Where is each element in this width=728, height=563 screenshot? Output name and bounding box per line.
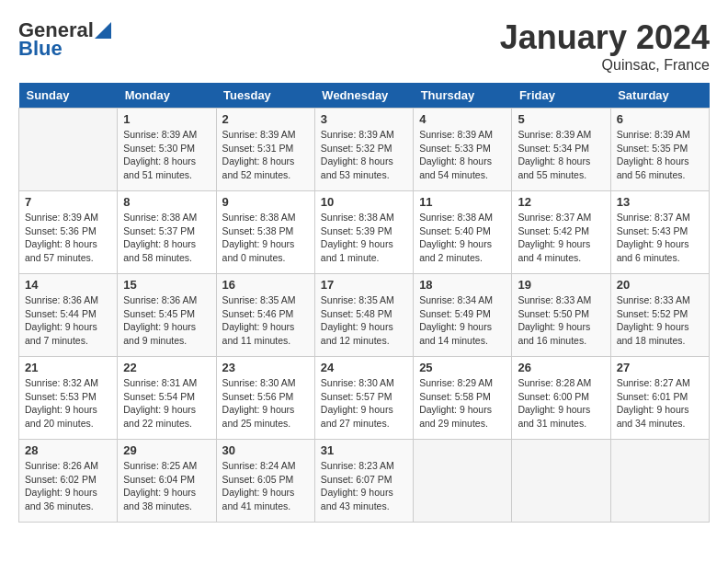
logo-blue-text: Blue [18,37,63,61]
day-header-monday: Monday [118,83,216,109]
cell-info: Sunrise: 8:38 AM Sunset: 5:37 PM Dayligh… [123,211,210,265]
calendar-cell: 15Sunrise: 8:36 AM Sunset: 5:45 PM Dayli… [118,274,216,357]
cell-info: Sunrise: 8:38 AM Sunset: 5:39 PM Dayligh… [321,211,407,265]
calendar-cell: 29Sunrise: 8:25 AM Sunset: 6:04 PM Dayli… [118,440,216,523]
calendar-cell: 1Sunrise: 8:39 AM Sunset: 5:30 PM Daylig… [118,109,216,191]
calendar-cell: 28Sunrise: 8:26 AM Sunset: 6:02 PM Dayli… [19,440,118,523]
calendar-cell: 31Sunrise: 8:23 AM Sunset: 6:07 PM Dayli… [314,440,413,523]
cell-day-number: 7 [25,195,111,209]
cell-info: Sunrise: 8:34 AM Sunset: 5:49 PM Dayligh… [419,293,506,348]
day-header-saturday: Saturday [610,83,709,109]
cell-info: Sunrise: 8:37 AM Sunset: 5:43 PM Dayligh… [617,211,703,265]
cell-info: Sunrise: 8:39 AM Sunset: 5:34 PM Dayligh… [518,128,604,182]
calendar-cell: 26Sunrise: 8:28 AM Sunset: 6:00 PM Dayli… [512,357,610,440]
title-area: January 2024 Quinsac, France [500,18,710,74]
cell-info: Sunrise: 8:37 AM Sunset: 5:42 PM Dayligh… [518,211,604,265]
week-row-2: 7Sunrise: 8:39 AM Sunset: 5:36 PM Daylig… [19,191,710,274]
day-header-row: SundayMondayTuesdayWednesdayThursdayFrid… [19,83,710,109]
cell-day-number: 5 [518,112,604,126]
cell-info: Sunrise: 8:39 AM Sunset: 5:31 PM Dayligh… [222,128,309,182]
cell-info: Sunrise: 8:28 AM Sunset: 6:00 PM Dayligh… [518,376,604,431]
day-header-wednesday: Wednesday [314,83,413,109]
cell-day-number: 10 [321,195,407,209]
cell-day-number: 28 [25,443,111,457]
calendar-subtitle: Quinsac, France [500,57,710,74]
day-header-friday: Friday [512,83,610,109]
cell-info: Sunrise: 8:35 AM Sunset: 5:48 PM Dayligh… [321,293,407,348]
cell-day-number: 31 [321,443,407,457]
cell-day-number: 27 [617,361,703,374]
calendar-cell: 17Sunrise: 8:35 AM Sunset: 5:48 PM Dayli… [314,274,413,357]
cell-info: Sunrise: 8:38 AM Sunset: 5:38 PM Dayligh… [222,211,309,265]
cell-day-number: 4 [419,112,506,126]
cell-day-number: 21 [25,361,111,374]
logo-arrow-icon [95,22,111,39]
calendar-cell: 6Sunrise: 8:39 AM Sunset: 5:35 PM Daylig… [610,109,709,191]
cell-day-number: 22 [123,361,210,374]
cell-day-number: 23 [222,361,309,374]
cell-info: Sunrise: 8:25 AM Sunset: 6:04 PM Dayligh… [123,459,210,513]
cell-info: Sunrise: 8:26 AM Sunset: 6:02 PM Dayligh… [25,459,111,513]
cell-info: Sunrise: 8:39 AM Sunset: 5:33 PM Dayligh… [419,128,506,182]
cell-day-number: 26 [518,361,604,374]
calendar-cell: 19Sunrise: 8:33 AM Sunset: 5:50 PM Dayli… [512,274,610,357]
cell-day-number: 8 [123,195,210,209]
cell-day-number: 24 [321,361,407,374]
cell-day-number: 1 [123,112,210,126]
calendar-cell [19,109,118,191]
cell-day-number: 11 [419,195,506,209]
day-header-thursday: Thursday [414,83,512,109]
week-row-3: 14Sunrise: 8:36 AM Sunset: 5:44 PM Dayli… [19,274,710,357]
cell-day-number: 6 [617,112,703,126]
cell-day-number: 2 [222,112,309,126]
cell-day-number: 18 [419,278,506,292]
cell-info: Sunrise: 8:39 AM Sunset: 5:35 PM Dayligh… [617,128,703,182]
cell-info: Sunrise: 8:33 AM Sunset: 5:50 PM Dayligh… [518,293,604,348]
cell-day-number: 13 [617,195,703,209]
calendar-cell: 8Sunrise: 8:38 AM Sunset: 5:37 PM Daylig… [118,191,216,274]
cell-info: Sunrise: 8:39 AM Sunset: 5:36 PM Dayligh… [25,211,111,265]
calendar-cell: 18Sunrise: 8:34 AM Sunset: 5:49 PM Dayli… [414,274,512,357]
calendar-cell: 11Sunrise: 8:38 AM Sunset: 5:40 PM Dayli… [414,191,512,274]
calendar-cell: 3Sunrise: 8:39 AM Sunset: 5:32 PM Daylig… [314,109,413,191]
calendar-cell [610,440,709,523]
cell-day-number: 20 [617,278,703,292]
cell-info: Sunrise: 8:39 AM Sunset: 5:30 PM Dayligh… [123,128,210,182]
cell-day-number: 9 [222,195,309,209]
cell-info: Sunrise: 8:29 AM Sunset: 5:58 PM Dayligh… [419,376,506,431]
cell-info: Sunrise: 8:30 AM Sunset: 5:56 PM Dayligh… [222,376,309,431]
cell-day-number: 25 [419,361,506,374]
calendar-cell: 27Sunrise: 8:27 AM Sunset: 6:01 PM Dayli… [610,357,709,440]
calendar-cell [414,440,512,523]
cell-info: Sunrise: 8:31 AM Sunset: 5:54 PM Dayligh… [123,376,210,431]
calendar-cell: 10Sunrise: 8:38 AM Sunset: 5:39 PM Dayli… [314,191,413,274]
cell-info: Sunrise: 8:35 AM Sunset: 5:46 PM Dayligh… [222,293,309,348]
calendar-cell: 24Sunrise: 8:30 AM Sunset: 5:57 PM Dayli… [314,357,413,440]
week-row-1: 1Sunrise: 8:39 AM Sunset: 5:30 PM Daylig… [19,109,710,191]
calendar-cell: 20Sunrise: 8:33 AM Sunset: 5:52 PM Dayli… [610,274,709,357]
calendar-cell: 7Sunrise: 8:39 AM Sunset: 5:36 PM Daylig… [19,191,118,274]
calendar-cell: 5Sunrise: 8:39 AM Sunset: 5:34 PM Daylig… [512,109,610,191]
calendar-cell: 4Sunrise: 8:39 AM Sunset: 5:33 PM Daylig… [414,109,512,191]
cell-info: Sunrise: 8:32 AM Sunset: 5:53 PM Dayligh… [25,376,111,431]
cell-info: Sunrise: 8:30 AM Sunset: 5:57 PM Dayligh… [321,376,407,431]
calendar-cell: 16Sunrise: 8:35 AM Sunset: 5:46 PM Dayli… [216,274,314,357]
cell-info: Sunrise: 8:36 AM Sunset: 5:45 PM Dayligh… [123,293,210,348]
cell-day-number: 30 [222,443,309,457]
day-header-tuesday: Tuesday [216,83,314,109]
cell-day-number: 15 [123,278,210,292]
cell-day-number: 29 [123,443,210,457]
calendar-cell: 23Sunrise: 8:30 AM Sunset: 5:56 PM Dayli… [216,357,314,440]
cell-day-number: 3 [321,112,407,126]
calendar-cell [512,440,610,523]
cell-info: Sunrise: 8:33 AM Sunset: 5:52 PM Dayligh… [617,293,703,348]
calendar-cell: 14Sunrise: 8:36 AM Sunset: 5:44 PM Dayli… [19,274,118,357]
calendar-table: SundayMondayTuesdayWednesdayThursdayFrid… [18,83,710,523]
cell-info: Sunrise: 8:36 AM Sunset: 5:44 PM Dayligh… [25,293,111,348]
calendar-cell: 12Sunrise: 8:37 AM Sunset: 5:42 PM Dayli… [512,191,610,274]
calendar-title: January 2024 [500,18,710,57]
calendar-cell: 9Sunrise: 8:38 AM Sunset: 5:38 PM Daylig… [216,191,314,274]
calendar-cell: 22Sunrise: 8:31 AM Sunset: 5:54 PM Dayli… [118,357,216,440]
calendar-cell: 25Sunrise: 8:29 AM Sunset: 5:58 PM Dayli… [414,357,512,440]
cell-day-number: 12 [518,195,604,209]
